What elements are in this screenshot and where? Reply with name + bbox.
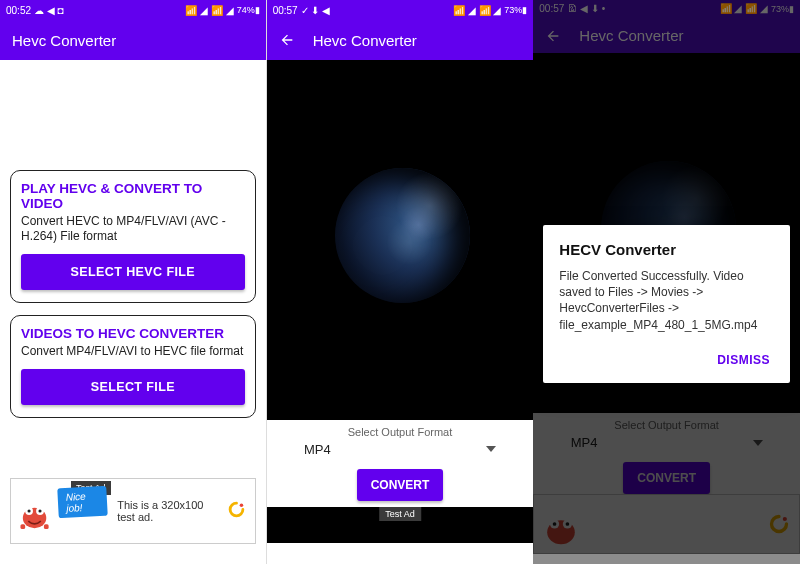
ad-banner[interactable]: Test Ad Nice job! This is a 320x100 test… [10, 478, 256, 544]
card-play-hevc: PLAY HEVC & CONVERT TO VIDEO Convert HEV… [10, 170, 256, 303]
card-videos-to-hevc: VIDEOS TO HEVC CONVERTER Convert MP4/FLV… [10, 315, 256, 418]
ad-monster-icon [15, 488, 54, 534]
status-right-icons: 📶 ◢ 📶 ◢ [453, 5, 501, 16]
ad-badge: Test Ad [379, 507, 421, 521]
status-left-icons: ✓ ⬇ ◀ [301, 5, 331, 16]
card-subtitle: Convert MP4/FLV/AVI to HEVC file format [21, 344, 245, 359]
select-hevc-file-button[interactable]: SELECT HEVC FILE [21, 254, 245, 290]
status-battery: 74%▮ [237, 5, 260, 15]
card-subtitle: Convert HEVC to MP4/FLV/AVI (AVC - H.264… [21, 214, 245, 244]
output-format-label: Select Output Format [348, 426, 453, 438]
svg-point-3 [28, 509, 31, 512]
dropdown-selected: MP4 [304, 442, 331, 457]
admob-logo-icon [228, 501, 245, 521]
ad-bubble: Nice job! [57, 486, 108, 519]
dismiss-button[interactable]: DISMISS [713, 347, 774, 373]
dialog-message: File Converted Successfully. Video saved… [559, 268, 774, 333]
card-title: VIDEOS TO HEVC CONVERTER [21, 326, 245, 341]
app-bar: Hevc Converter [267, 20, 534, 60]
video-preview[interactable] [267, 60, 534, 420]
select-file-button[interactable]: SELECT FILE [21, 369, 245, 405]
success-dialog: HECV Converter File Converted Successful… [543, 225, 790, 383]
chevron-down-icon [486, 446, 496, 452]
card-title: PLAY HEVC & CONVERT TO VIDEO [21, 181, 245, 211]
app-title: Hevc Converter [12, 32, 116, 49]
convert-button[interactable]: CONVERT [357, 469, 444, 501]
ad-text: This is a 320x100 test ad. [117, 499, 224, 523]
svg-rect-5 [20, 524, 25, 529]
screen-convert: 00:57 ✓ ⬇ ◀ 📶 ◢ 📶 ◢ 73%▮ Hevc Converter … [267, 0, 534, 564]
app-title: Hevc Converter [313, 32, 417, 49]
status-right-icons: 📶 ◢ 📶 ◢ [185, 5, 233, 16]
app-bar: Hevc Converter [0, 20, 266, 60]
status-bar: 00:57 ✓ ⬇ ◀ 📶 ◢ 📶 ◢ 73%▮ [267, 0, 534, 20]
back-arrow-icon[interactable] [279, 32, 295, 48]
status-time: 00:57 [273, 5, 298, 16]
svg-rect-6 [44, 524, 49, 529]
svg-point-4 [38, 509, 41, 512]
status-bar: 00:52 ☁ ◀ ◘ 📶 ◢ 📶 ◢ 74%▮ [0, 0, 266, 20]
svg-point-7 [239, 503, 243, 507]
status-battery: 73%▮ [504, 5, 527, 15]
status-time: 00:52 [6, 5, 31, 16]
dialog-title: HECV Converter [559, 241, 774, 258]
screen-result-dialog: 00:57 🖻 ◀ ⬇ • 📶 ◢ 📶 ◢ 73%▮ Hevc Converte… [533, 0, 800, 564]
ad-banner[interactable]: Test Ad [267, 507, 534, 543]
earth-image-icon [335, 168, 470, 303]
output-format-dropdown[interactable]: MP4 [300, 440, 500, 461]
status-left-icons: ☁ ◀ ◘ [34, 5, 64, 16]
screen-home: 00:52 ☁ ◀ ◘ 📶 ◢ 📶 ◢ 74%▮ Hevc Converter … [0, 0, 267, 564]
